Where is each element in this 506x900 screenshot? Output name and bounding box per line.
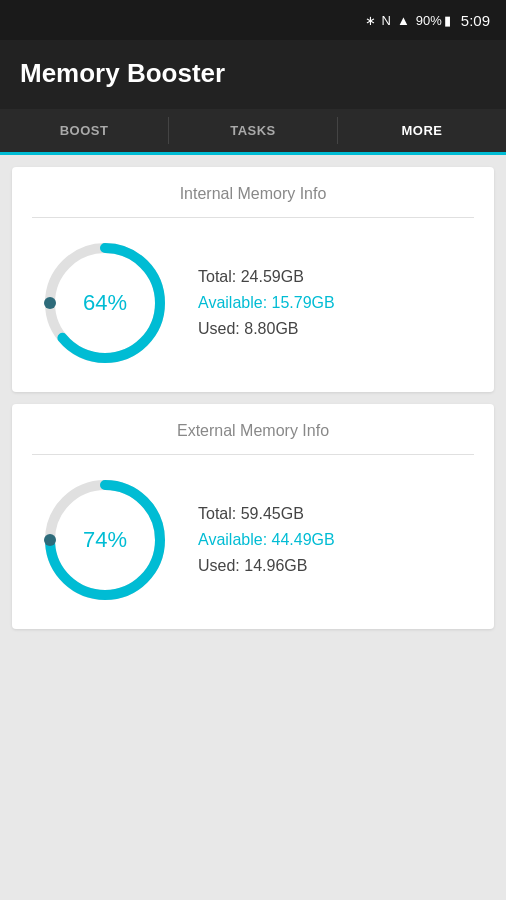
internal-percent: 64% (83, 290, 127, 316)
status-icons: ∗ N ▲ 90% ▮ 5:09 (365, 12, 491, 29)
internal-available: Available: 15.79GB (198, 294, 335, 312)
tab-boost[interactable]: BOOST (0, 109, 168, 152)
internal-memory-title: Internal Memory Info (32, 185, 474, 218)
tab-bar: BOOST TASKS MORE (0, 109, 506, 155)
internal-used: Used: 8.80GB (198, 320, 335, 338)
svg-point-2 (44, 297, 56, 309)
external-memory-circle: 74% (40, 475, 170, 605)
external-memory-info: Total: 59.45GB Available: 44.49GB Used: … (198, 505, 335, 575)
external-percent: 74% (83, 527, 127, 553)
internal-total: Total: 24.59GB (198, 268, 335, 286)
internal-memory-circle: 64% (40, 238, 170, 368)
app-title: Memory Booster (20, 58, 225, 88)
app-header: Memory Booster (0, 40, 506, 109)
external-memory-card: External Memory Info 74% Total: 59.45GB … (12, 404, 494, 629)
internal-memory-info: Total: 24.59GB Available: 15.79GB Used: … (198, 268, 335, 338)
signal-icon: ▲ (397, 13, 410, 28)
tab-more[interactable]: MORE (338, 109, 506, 152)
external-memory-body: 74% Total: 59.45GB Available: 44.49GB Us… (32, 475, 474, 605)
wifi-signal-icon: N (382, 13, 391, 28)
status-bar: ∗ N ▲ 90% ▮ 5:09 (0, 0, 506, 40)
external-total: Total: 59.45GB (198, 505, 335, 523)
external-memory-title: External Memory Info (32, 422, 474, 455)
battery-symbol: ▮ (444, 13, 451, 28)
external-available: Available: 44.49GB (198, 531, 335, 549)
tab-tasks[interactable]: TASKS (169, 109, 337, 152)
bluetooth-icon: ∗ (365, 13, 376, 28)
status-time: 5:09 (461, 12, 490, 29)
internal-memory-body: 64% Total: 24.59GB Available: 15.79GB Us… (32, 238, 474, 368)
svg-point-5 (44, 534, 56, 546)
battery-icon: 90% ▮ (416, 13, 451, 28)
battery-percent: 90% (416, 13, 442, 28)
external-used: Used: 14.96GB (198, 557, 335, 575)
main-content: Internal Memory Info 64% Total: 24.59GB … (0, 155, 506, 641)
internal-memory-card: Internal Memory Info 64% Total: 24.59GB … (12, 167, 494, 392)
